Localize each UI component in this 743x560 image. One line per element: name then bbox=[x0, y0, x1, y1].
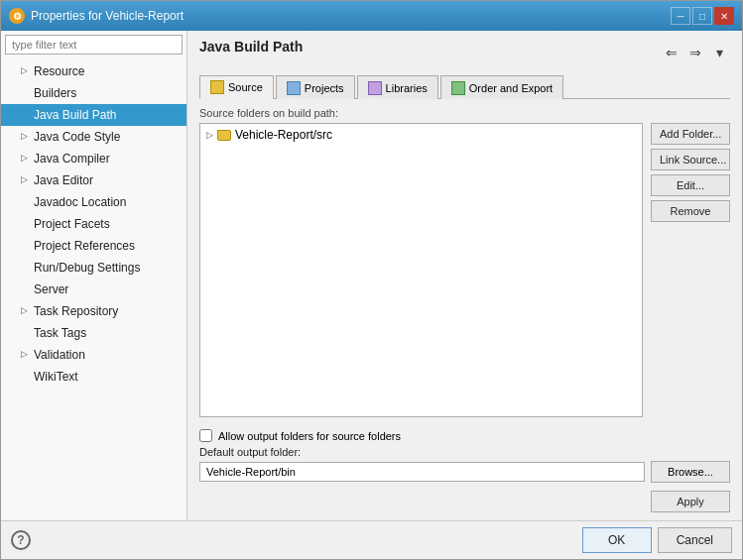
bottom-bar: ? OK Cancel bbox=[1, 520, 742, 559]
checkbox-label: Allow output folders for source folders bbox=[218, 430, 401, 442]
tab-libraries-label: Libraries bbox=[386, 82, 428, 94]
sidebar-item-project-references[interactable]: Project References bbox=[1, 235, 186, 257]
nav-toolbar: ⇐ ⇒ ▾ bbox=[661, 42, 730, 63]
sidebar-item-resource[interactable]: ▷ Resource bbox=[1, 60, 186, 82]
output-folder-input[interactable] bbox=[199, 462, 645, 482]
panel-header: Java Build Path ⇐ ⇒ ▾ bbox=[199, 39, 730, 66]
expand-icon: ▷ bbox=[21, 304, 31, 318]
sidebar-item-label: Server bbox=[34, 280, 68, 298]
tab-order-label: Order and Export bbox=[469, 82, 553, 94]
sidebar-item-label: Javadoc Location bbox=[34, 193, 126, 211]
tab-projects-label: Projects bbox=[305, 82, 344, 94]
sidebar-item-java-editor[interactable]: ▷ Java Editor bbox=[1, 169, 186, 191]
help-button[interactable]: ? bbox=[11, 530, 31, 550]
tabs-bar: Source Projects Libraries Order and Expo… bbox=[199, 74, 730, 99]
browse-button[interactable]: Browse... bbox=[651, 461, 730, 483]
sidebar-item-java-compiler[interactable]: ▷ Java Compiler bbox=[1, 148, 186, 169]
sidebar-item-builders[interactable]: Builders bbox=[1, 82, 186, 104]
right-buttons: Add Folder... Link Source... Edit... Rem… bbox=[651, 123, 730, 423]
apply-row: Apply bbox=[199, 491, 730, 512]
sidebar-item-label: Run/Debug Settings bbox=[34, 259, 140, 277]
sidebar-item-server[interactable]: Server bbox=[1, 279, 186, 300]
app-icon: ⚙ bbox=[9, 8, 25, 24]
tree-expand-arrow: ▷ bbox=[206, 130, 213, 140]
tab-source[interactable]: Source bbox=[199, 75, 274, 99]
libraries-tab-icon bbox=[368, 81, 382, 95]
sidebar-item-task-repository[interactable]: ▷ Task Repository bbox=[1, 300, 186, 322]
source-tree-panel[interactable]: ▷ Vehicle-Report/src bbox=[199, 123, 643, 417]
tab-projects[interactable]: Projects bbox=[276, 75, 355, 99]
sidebar-item-javadoc[interactable]: Javadoc Location bbox=[1, 191, 186, 213]
sidebar-item-run-debug[interactable]: Run/Debug Settings bbox=[1, 257, 186, 279]
source-label: Source folders on build path: bbox=[199, 107, 730, 119]
tab-source-label: Source bbox=[228, 81, 263, 93]
projects-tab-icon bbox=[287, 81, 301, 95]
expand-icon: ▷ bbox=[21, 173, 31, 187]
content-area: ▷ Resource Builders Java Build Path ▷ Ja… bbox=[1, 31, 742, 520]
bottom-buttons: OK Cancel bbox=[582, 527, 732, 553]
maximize-button[interactable]: □ bbox=[692, 7, 712, 25]
dialog-window: ⚙ Properties for Vehicle-Report ─ □ ✕ ▷ … bbox=[0, 0, 743, 560]
expand-icon: ▷ bbox=[21, 64, 31, 78]
sidebar-item-label: Java Compiler bbox=[34, 150, 110, 168]
title-bar: ⚙ Properties for Vehicle-Report ─ □ ✕ bbox=[1, 1, 742, 31]
sidebar-item-label: WikiText bbox=[34, 368, 78, 386]
sidebar-item-java-code-style[interactable]: ▷ Java Code Style bbox=[1, 126, 186, 148]
tree-row[interactable]: ▷ Vehicle-Report/src bbox=[202, 126, 640, 144]
close-button[interactable]: ✕ bbox=[714, 7, 734, 25]
cancel-button[interactable]: Cancel bbox=[658, 527, 732, 553]
folder-icon bbox=[217, 130, 231, 141]
sidebar-item-wikitext[interactable]: WikiText bbox=[1, 366, 186, 388]
window-controls: ─ □ ✕ bbox=[671, 7, 734, 25]
sidebar-item-label: Validation bbox=[34, 346, 85, 364]
main-panel: Java Build Path ⇐ ⇒ ▾ Source Projects bbox=[187, 31, 742, 520]
sidebar-item-label: Java Code Style bbox=[34, 128, 120, 146]
remove-button[interactable]: Remove bbox=[651, 200, 730, 222]
source-tab-icon bbox=[210, 80, 224, 94]
sidebar-item-project-facets[interactable]: Project Facets bbox=[1, 213, 186, 235]
allow-output-checkbox[interactable] bbox=[199, 429, 212, 442]
sidebar-item-label: Task Tags bbox=[34, 324, 86, 342]
checkbox-row: Allow output folders for source folders bbox=[199, 429, 730, 442]
back-button[interactable]: ⇐ bbox=[661, 42, 682, 63]
sidebar-item-label: Task Repository bbox=[34, 302, 118, 320]
dropdown-button[interactable]: ▾ bbox=[708, 42, 730, 63]
tree-item-label: Vehicle-Report/src bbox=[235, 128, 332, 142]
sidebar-item-java-build-path[interactable]: Java Build Path bbox=[1, 104, 186, 126]
sidebar: ▷ Resource Builders Java Build Path ▷ Ja… bbox=[1, 31, 187, 520]
minimize-button[interactable]: ─ bbox=[671, 7, 690, 25]
tab-order-export[interactable]: Order and Export bbox=[440, 75, 563, 99]
link-source-button[interactable]: Link Source... bbox=[651, 149, 730, 170]
expand-icon: ▷ bbox=[21, 348, 31, 362]
window-title: Properties for Vehicle-Report bbox=[31, 9, 184, 23]
sidebar-item-label: Project Facets bbox=[34, 215, 110, 233]
output-label: Default output folder: bbox=[199, 446, 730, 458]
sidebar-item-label: Resource bbox=[34, 62, 84, 80]
sidebar-tree: ▷ Resource Builders Java Build Path ▷ Ja… bbox=[1, 58, 186, 520]
add-folder-button[interactable]: Add Folder... bbox=[651, 123, 730, 145]
sidebar-item-label: Project References bbox=[34, 237, 135, 255]
ok-button[interactable]: OK bbox=[582, 527, 652, 553]
output-row: Browse... bbox=[199, 461, 730, 483]
forward-button[interactable]: ⇒ bbox=[684, 42, 706, 63]
filter-input[interactable] bbox=[5, 35, 183, 55]
apply-button[interactable]: Apply bbox=[651, 491, 730, 512]
expand-icon: ▷ bbox=[21, 130, 31, 144]
sidebar-item-label: Builders bbox=[34, 84, 76, 102]
tab-libraries[interactable]: Libraries bbox=[357, 75, 438, 99]
sidebar-item-label: Java Build Path bbox=[34, 106, 116, 124]
sidebar-item-validation[interactable]: ▷ Validation bbox=[1, 344, 186, 366]
sidebar-item-task-tags[interactable]: Task Tags bbox=[1, 322, 186, 344]
source-tree-section: ▷ Vehicle-Report/src Add Folder... Link … bbox=[199, 123, 730, 423]
expand-icon: ▷ bbox=[21, 152, 31, 166]
panel-title: Java Build Path bbox=[199, 39, 303, 58]
edit-button[interactable]: Edit... bbox=[651, 174, 730, 196]
sidebar-item-label: Java Editor bbox=[34, 171, 93, 189]
order-tab-icon bbox=[451, 81, 465, 95]
